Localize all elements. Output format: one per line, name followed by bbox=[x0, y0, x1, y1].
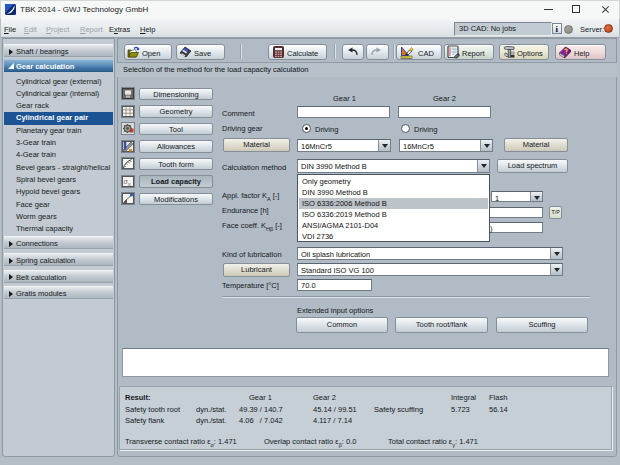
svg-text:x: x bbox=[128, 180, 131, 186]
